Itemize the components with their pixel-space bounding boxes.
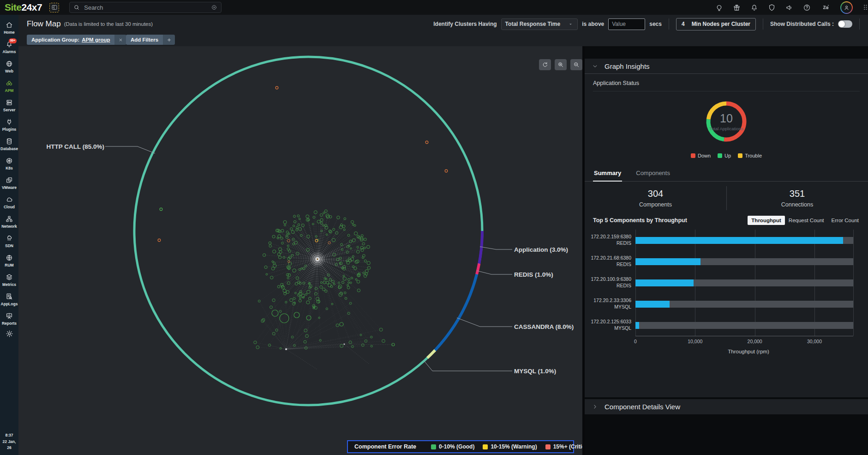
application-group-chip[interactable]: Application Group: APM group [27, 35, 126, 45]
bar-row-172.20.100.9:6380[interactable]: 172.20.100.9:6380REDIS [589, 272, 862, 293]
stray-node[interactable] [160, 208, 162, 211]
top5-throughput-chart: 172.20.2.159:6380REDIS172.20.21.68:6380R… [589, 230, 862, 354]
cloud-icon [6, 196, 13, 203]
stray-node[interactable] [445, 170, 448, 172]
add-filter-button[interactable] [163, 35, 175, 45]
flowmap-callout-redis[interactable]: REDIS (1.0%) [514, 271, 553, 278]
sidebar-item-label: Home [4, 30, 15, 35]
distributed-calls-toggle[interactable] [838, 20, 852, 28]
sidebar-item-plugins[interactable]: Plugins [0, 115, 18, 135]
zia-assistant-icon[interactable] [820, 3, 831, 12]
bar-rows: 172.20.2.159:6380REDIS172.20.21.68:6380R… [589, 230, 862, 336]
sidebar-item-reports[interactable]: Reports [0, 309, 18, 329]
announcements-icon[interactable] [785, 4, 793, 12]
whats-new-icon[interactable] [715, 4, 723, 12]
bar-row-172.20.2.33:3306[interactable]: 172.20.2.33:3306MYSQL [589, 293, 862, 315]
toggle-knob [838, 21, 845, 27]
ring-segment-application[interactable] [479, 231, 482, 264]
offers-icon[interactable] [733, 4, 741, 12]
chevron-right-icon [592, 403, 599, 410]
x-axis-title: Throughput (rpm) [635, 349, 862, 354]
bar-row-172.20.2.125:6033[interactable]: 172.20.2.125:6033MYSQL [589, 315, 862, 336]
map-zoom-in-button[interactable] [555, 59, 567, 70]
graph-insights-section: Graph Insights Application Status 10 Tot… [585, 59, 868, 397]
top5-tab-throughput[interactable]: Throughput [748, 216, 785, 225]
legend-title: Component Error Rate [354, 443, 416, 450]
stray-node[interactable] [425, 141, 428, 144]
application-status-legend: DownUpTrouble [691, 153, 762, 158]
map-zoom-out-button[interactable] [570, 59, 582, 70]
filter-chips-band: Application Group: APM group Add Filters [18, 33, 868, 46]
flowmap-callout-mysql[interactable]: MYSQL (1.0%) [514, 368, 556, 375]
top-bar: Site24x7 [0, 0, 868, 15]
sidebar-item-server[interactable]: Server [0, 96, 18, 115]
x-tick-label: 30,000 [807, 339, 822, 344]
notifications-bell-icon[interactable] [750, 4, 758, 12]
flow-map-canvas[interactable]: HTTP CALL (85.0%)Application (3.0%)REDIS… [18, 46, 582, 455]
x-tick-label: 20,000 [748, 339, 762, 344]
search-input[interactable] [83, 4, 208, 12]
throughput-bar-fill [635, 322, 639, 329]
sidebar-item-applogs[interactable]: AppLogs [0, 290, 18, 309]
sidebar-item-k8s[interactable]: K8s [0, 154, 18, 174]
sidebar-item-home[interactable]: Home [0, 18, 18, 38]
throughput-bar-fill [635, 258, 700, 265]
top5-metric-switcher: ThroughputRequest CountError Count [748, 216, 862, 225]
sidebar-item-cloud[interactable]: Cloud [0, 193, 18, 212]
metric-dropdown[interactable]: Total Response Time [501, 18, 578, 30]
top5-tab-error-count[interactable]: Error Count [828, 216, 862, 225]
group-chip-value[interactable]: APM group [82, 37, 110, 42]
apps-grid-icon[interactable] [862, 4, 868, 12]
group-chip-prefix: Application Group: [31, 37, 79, 42]
tab-summary[interactable]: Summary [593, 166, 622, 182]
sidebar-item-alarms[interactable]: Alarms99+ [0, 38, 18, 57]
bar-row-172.20.21.68:6380[interactable]: 172.20.21.68:6380REDIS [589, 251, 862, 272]
add-filters-chip[interactable]: Add Filters [126, 35, 175, 45]
graph-insights-header[interactable]: Graph Insights [585, 59, 868, 74]
sidebar-item-web[interactable]: Web [0, 57, 18, 77]
stray-node[interactable] [275, 86, 278, 89]
sidebar-collapse-button[interactable] [49, 3, 59, 12]
sidebar-item-apm[interactable]: APM [0, 77, 18, 96]
sidebar-item-sdn[interactable]: SDN [0, 232, 18, 251]
settings-icon[interactable] [6, 330, 13, 338]
flowmap-callout-application[interactable]: Application (3.0%) [514, 246, 568, 253]
flow-map-svg: HTTP CALL (85.0%)Application (3.0%)REDIS… [18, 46, 582, 455]
k8s-icon [6, 157, 13, 164]
ring-segment-cassandra[interactable] [435, 274, 477, 350]
sidebar-item-rum[interactable]: RUM [0, 251, 18, 271]
rum-icon [6, 254, 13, 261]
sidebar-item-metrics[interactable]: Metrics [0, 271, 18, 290]
ring-segment-mysql[interactable] [427, 350, 435, 358]
throughput-bar-track [635, 301, 853, 308]
security-shield-icon[interactable] [768, 4, 776, 12]
ring-segment-redis[interactable] [477, 264, 479, 274]
bar-row-label: 172.20.21.68:6380REDIS [589, 255, 635, 267]
component-details-view-header[interactable]: Component Details View [585, 399, 868, 414]
bar-row-172.20.2.159:6380[interactable]: 172.20.2.159:6380REDIS [589, 230, 862, 251]
tab-components[interactable]: Components [635, 166, 671, 181]
clear-search-icon[interactable] [211, 4, 217, 11]
sidebar-item-database[interactable]: Database [0, 135, 18, 154]
avatar[interactable] [840, 1, 853, 14]
ring-segment-http-call[interactable] [134, 57, 482, 405]
connections-stat: 351 Connections [726, 188, 868, 208]
threshold-value-input[interactable] [608, 18, 645, 30]
map-refresh-button[interactable] [539, 59, 551, 70]
global-search[interactable] [69, 2, 221, 13]
page-header: Flow Map (Data is limited to the last 30… [18, 15, 868, 33]
legend-label: 0-10% (Good) [439, 443, 474, 450]
flowmap-callout-cassandra[interactable]: CASSANDRA (8.0%) [514, 323, 574, 330]
site24x7-logo[interactable]: Site24x7 [5, 2, 42, 13]
help-icon[interactable] [803, 4, 811, 12]
top5-tab-request-count[interactable]: Request Count [785, 216, 828, 225]
person-icon [843, 4, 850, 11]
sidebar-item-network[interactable]: Network [0, 212, 18, 232]
remove-group-filter-button[interactable] [114, 35, 126, 45]
stray-node[interactable] [158, 239, 161, 242]
min-nodes-control[interactable]: 4 Min Nodes per Cluster [676, 18, 756, 30]
min-nodes-value[interactable]: 4 [682, 21, 685, 27]
applogs-icon [6, 293, 13, 300]
sidebar-item-vmware[interactable]: VMware [0, 174, 18, 193]
flowmap-callout-http-call[interactable]: HTTP CALL (85.0%) [46, 143, 104, 150]
